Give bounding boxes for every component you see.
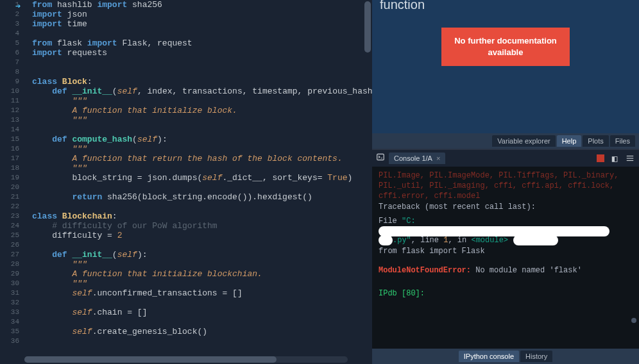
code-line: from hashlib import sha256	[32, 0, 372, 10]
line-number: 20	[0, 183, 19, 192]
options-icon[interactable]	[609, 153, 620, 163]
code-line: """	[32, 115, 372, 125]
console-redact-row: .py", line 1, in <module>	[379, 235, 633, 245]
code-line	[32, 240, 372, 250]
code-line: self.chain = []	[32, 308, 372, 317]
code-line: return sha256(block_string.encode()).hex…	[32, 192, 372, 202]
line-number: 34	[0, 317, 19, 327]
redacted-fragment	[379, 235, 393, 245]
code-line	[32, 67, 372, 77]
code-editor-pane: ➔ 12345678910111213141516171819202122232…	[0, 0, 372, 364]
line-number: 19	[0, 173, 19, 183]
tab-variable-explorer[interactable]: Variable explorer	[492, 135, 555, 147]
help-title: function	[372, 0, 639, 16]
line-number: 36	[0, 336, 19, 346]
line-number: 23	[0, 211, 19, 221]
line-number: 15	[0, 135, 19, 144]
run-arrow-icon: ➔	[15, 1, 21, 12]
line-number: 32	[0, 298, 19, 308]
line-number: 22	[0, 202, 19, 211]
code-line: class Block:	[32, 77, 372, 87]
line-number: 35	[0, 327, 19, 336]
code-line	[32, 183, 372, 192]
code-line: A function that initialize blockchian.	[32, 269, 372, 279]
redacted-tail	[513, 235, 558, 245]
console-tab[interactable]: Console 1/A ×	[389, 153, 445, 164]
line-number-gutter: 1234567891011121314151617181920212223242…	[0, 0, 24, 355]
code-line: import json	[32, 10, 372, 19]
console-output[interactable]: PIL.Image, PIL.ImageMode, PIL.TiffTags, …	[372, 167, 639, 349]
code-line: def compute_hash(self):	[32, 135, 372, 144]
help-panel: function No further documentation availa…	[372, 0, 639, 149]
svg-rect-0	[377, 154, 384, 160]
line-number: 18	[0, 163, 19, 173]
editor-horizontal-scrollbar-track	[24, 356, 348, 363]
line-number: 11	[0, 96, 19, 106]
terminal-icon	[376, 153, 385, 164]
tab-history[interactable]: History	[520, 351, 552, 362]
line-number: 33	[0, 308, 19, 317]
line-number: 30	[0, 279, 19, 288]
line-number: 5	[0, 38, 19, 48]
code-line: # difficulty of our PoW algorithm	[32, 221, 372, 231]
code-line: """	[32, 96, 372, 106]
console-scroll-indicator[interactable]	[631, 318, 636, 323]
console-traceback: Traceback (most recent call last):	[379, 202, 633, 212]
help-tab-row: Variable explorer Help Plots Files	[372, 133, 639, 149]
editor-horizontal-scrollbar-thumb[interactable]	[24, 356, 277, 363]
line-number: 4	[0, 29, 19, 38]
console-file-line: File "C:	[379, 216, 633, 237]
tab-help[interactable]: Help	[557, 135, 582, 147]
code-line: import requests	[32, 48, 372, 58]
code-line	[32, 336, 372, 346]
line-number: 25	[0, 231, 19, 240]
code-line	[32, 298, 372, 308]
console-modules-line: PIL.Image, PIL.ImageMode, PIL.TiffTags, …	[379, 170, 633, 202]
editor-vertical-scrollbar[interactable]	[363, 0, 371, 355]
line-number: 7	[0, 58, 19, 67]
code-line: import time	[32, 19, 372, 29]
code-line: def __init__(self):	[32, 250, 372, 260]
code-line: A function that initialize block.	[32, 106, 372, 115]
tab-files[interactable]: Files	[610, 135, 635, 147]
line-number: 27	[0, 250, 19, 260]
line-number: 17	[0, 154, 19, 163]
code-line	[32, 58, 372, 67]
line-number: 12	[0, 106, 19, 115]
code-line	[32, 317, 372, 327]
close-icon[interactable]: ×	[436, 154, 440, 162]
console-header: Console 1/A ×	[372, 150, 639, 167]
code-line: self.unconfirmed_transactions = []	[32, 288, 372, 298]
code-line: def __init__(self, index, transactions, …	[32, 87, 372, 96]
tab-ipython-console[interactable]: IPython console	[459, 351, 519, 362]
line-number: 13	[0, 115, 19, 125]
code-line: """	[32, 260, 372, 269]
code-line: block_string = json.dumps(self._dict__, …	[32, 173, 372, 183]
code-line	[32, 29, 372, 38]
console-tab-label: Console 1/A	[394, 154, 432, 162]
line-number: 26	[0, 240, 19, 250]
console-bottom-tabs: IPython console History	[372, 349, 639, 364]
line-number: 24	[0, 221, 19, 231]
line-number: 28	[0, 260, 19, 269]
line-number: 14	[0, 125, 19, 135]
menu-icon[interactable]	[625, 153, 635, 163]
console-prompt: IPdb [80]:	[379, 288, 633, 299]
line-number: 6	[0, 48, 19, 58]
alert-line1: No further documentation	[454, 35, 557, 47]
code-line: from flask import Flask, request	[32, 38, 372, 48]
editor-body: 1234567891011121314151617181920212223242…	[0, 0, 372, 355]
code-area[interactable]: from hashlib import sha256import jsonimp…	[24, 0, 372, 355]
editor-vertical-scrollbar-thumb[interactable]	[364, 1, 371, 53]
editor-horizontal-scrollbar[interactable]	[0, 355, 372, 364]
console-panel: Console 1/A × PIL.Image, PIL.ImageMode, …	[372, 149, 639, 364]
code-line	[32, 202, 372, 211]
line-number: 10	[0, 87, 19, 96]
tab-plots[interactable]: Plots	[583, 135, 608, 147]
no-doc-alert: No further documentation available	[441, 28, 570, 66]
stop-icon[interactable]	[597, 154, 604, 162]
alert-line2: available	[454, 47, 557, 58]
line-number: 31	[0, 288, 19, 298]
line-number: 29	[0, 269, 19, 279]
line-number: 16	[0, 144, 19, 154]
